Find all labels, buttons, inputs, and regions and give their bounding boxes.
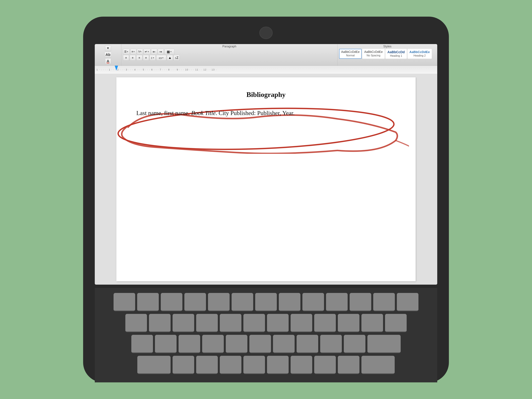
styles-label: Styles bbox=[339, 45, 436, 48]
shading-btn[interactable]: ▲ bbox=[167, 55, 173, 61]
key[interactable] bbox=[320, 335, 342, 353]
style-heading1-preview: AaBbCcDd bbox=[387, 50, 405, 54]
document-body: Last name, first name. Book Title. City … bbox=[136, 108, 396, 118]
key[interactable] bbox=[137, 293, 159, 311]
key-enter[interactable] bbox=[367, 335, 401, 353]
style-normal-preview: AaBbCcDdEe bbox=[341, 50, 360, 54]
key[interactable] bbox=[249, 335, 271, 353]
body-text-italic: Book Title bbox=[191, 110, 216, 116]
key[interactable] bbox=[397, 293, 418, 311]
justify-btn[interactable]: ≡ bbox=[143, 55, 149, 61]
indent-btn[interactable]: ⇒ bbox=[158, 49, 164, 55]
body-text-after: . City Published: Publisher, Year. bbox=[216, 110, 295, 116]
key[interactable] bbox=[125, 314, 147, 332]
key[interactable] bbox=[149, 314, 171, 332]
ruler: 1 · · · · · 1 · · · 2 · · · 3 · · · 4 · … bbox=[95, 66, 437, 74]
key-shift-right[interactable] bbox=[361, 356, 395, 374]
keyboard bbox=[95, 288, 437, 382]
sort-btn[interactable]: ↕Z bbox=[174, 55, 180, 61]
key[interactable] bbox=[255, 293, 277, 311]
paragraph-section: Paragraph ☰▼ ≡▼ ⅟▼ ↵▼ ⇐ ⇒ ▦▼ ≡ ≡ ≡ ≡ ↕▼ … bbox=[121, 44, 337, 65]
body-text-before: Last name, first name. bbox=[136, 110, 191, 116]
style-heading2-label: Heading 2 bbox=[410, 54, 430, 57]
key[interactable] bbox=[220, 314, 241, 332]
key[interactable] bbox=[350, 293, 371, 311]
key[interactable] bbox=[131, 335, 153, 353]
keyboard-row-1 bbox=[101, 293, 431, 311]
key[interactable] bbox=[202, 335, 224, 353]
key[interactable] bbox=[184, 293, 206, 311]
style-heading1-label: Heading 1 bbox=[387, 54, 405, 57]
indent-increase-btn[interactable]: ↵▼ bbox=[144, 49, 151, 55]
font-color-btn[interactable]: A bbox=[105, 58, 111, 64]
document-area[interactable]: Bibliography Last name, first name. Book… bbox=[95, 74, 437, 285]
paragraph-label: Paragraph bbox=[123, 45, 336, 48]
key-shift-left[interactable] bbox=[137, 356, 171, 374]
key[interactable] bbox=[243, 356, 265, 374]
paragraph-row-2: ≡ ≡ ≡ ≡ ↕▼ ▭▼ ▲ ↕Z bbox=[123, 55, 336, 61]
keyboard-row-4 bbox=[101, 356, 431, 374]
key[interactable] bbox=[267, 314, 289, 332]
toolbar-left-controls: ▼ Ab A bbox=[95, 44, 121, 65]
key[interactable] bbox=[361, 314, 383, 332]
ab-style-btn[interactable]: Ab bbox=[104, 52, 112, 57]
style-heading2-preview: AaBbCcDdEe bbox=[410, 50, 430, 54]
document-heading: Bibliography bbox=[136, 91, 396, 99]
key[interactable] bbox=[155, 335, 177, 353]
style-normal-label: Normal bbox=[341, 54, 360, 57]
document-page: Bibliography Last name, first name. Book… bbox=[116, 77, 416, 281]
numbering-btn[interactable]: ≡▼ bbox=[130, 49, 136, 55]
key[interactable] bbox=[385, 314, 407, 332]
key[interactable] bbox=[196, 314, 218, 332]
styles-section: Styles AaBbCcDdEe Normal AaBbCcDdEe No S… bbox=[337, 44, 437, 65]
key[interactable] bbox=[208, 293, 230, 311]
key[interactable] bbox=[267, 356, 289, 374]
key[interactable] bbox=[338, 356, 359, 374]
tablet-screen: ▼ Ab A Paragraph ☰▼ ≡▼ ⅟▼ ↵▼ ⇐ ⇒ ▦▼ bbox=[95, 44, 437, 285]
bullets-btn[interactable]: ☰▼ bbox=[123, 49, 130, 55]
key[interactable] bbox=[302, 293, 324, 311]
line-spacing-btn[interactable]: ↕▼ bbox=[150, 55, 156, 61]
style-heading1[interactable]: AaBbCcDd Heading 1 bbox=[385, 49, 407, 59]
key[interactable] bbox=[291, 356, 312, 374]
style-heading2[interactable]: AaBbCcDdEe Heading 2 bbox=[407, 49, 432, 59]
tablet-camera bbox=[259, 27, 273, 39]
key[interactable] bbox=[314, 314, 336, 332]
key[interactable] bbox=[196, 356, 218, 374]
key[interactable] bbox=[279, 293, 300, 311]
key[interactable] bbox=[226, 335, 247, 353]
key[interactable] bbox=[220, 356, 241, 374]
align-center-btn[interactable]: ≡ bbox=[130, 55, 136, 61]
style-no-spacing[interactable]: AaBbCcDdEe No Spacing bbox=[362, 49, 385, 59]
key[interactable] bbox=[291, 314, 312, 332]
paragraph-row-1: ☰▼ ≡▼ ⅟▼ ↵▼ ⇐ ⇒ ▦▼ bbox=[123, 49, 336, 55]
key[interactable] bbox=[173, 356, 194, 374]
borders-btn[interactable]: ▭▼ bbox=[156, 55, 166, 61]
key[interactable] bbox=[297, 335, 318, 353]
key[interactable] bbox=[173, 314, 194, 332]
key[interactable] bbox=[178, 335, 200, 353]
style-normal[interactable]: AaBbCcDdEe Normal bbox=[339, 49, 361, 59]
key[interactable] bbox=[114, 293, 135, 311]
key[interactable] bbox=[338, 314, 359, 332]
styles-row: AaBbCcDdEe Normal AaBbCcDdEe No Spacing … bbox=[339, 49, 436, 59]
style-nospacing-preview: AaBbCcDdEe bbox=[364, 50, 383, 54]
align-left-btn[interactable]: ≡ bbox=[123, 55, 129, 61]
align-right-btn[interactable]: ≡ bbox=[136, 55, 142, 61]
ruler-text: 1 · · · · · 1 · · · 2 · · · 3 · · · 4 · … bbox=[96, 68, 217, 71]
key[interactable] bbox=[373, 293, 395, 311]
dropdown-btn[interactable]: ▼ bbox=[105, 45, 111, 51]
keyboard-row-3 bbox=[101, 335, 431, 353]
key[interactable] bbox=[314, 356, 336, 374]
tablet: ▼ Ab A Paragraph ☰▼ ≡▼ ⅟▼ ↵▼ ⇐ ⇒ ▦▼ bbox=[83, 17, 449, 382]
indent-decrease-btn[interactable]: ⅟▼ bbox=[137, 49, 143, 55]
outdent-btn[interactable]: ⇐ bbox=[151, 49, 157, 55]
key[interactable] bbox=[344, 335, 365, 353]
key[interactable] bbox=[161, 293, 182, 311]
keyboard-row-2 bbox=[101, 314, 431, 332]
key[interactable] bbox=[243, 314, 265, 332]
key[interactable] bbox=[273, 335, 295, 353]
key[interactable] bbox=[232, 293, 253, 311]
columns-btn[interactable]: ▦▼ bbox=[165, 49, 174, 55]
key[interactable] bbox=[326, 293, 348, 311]
